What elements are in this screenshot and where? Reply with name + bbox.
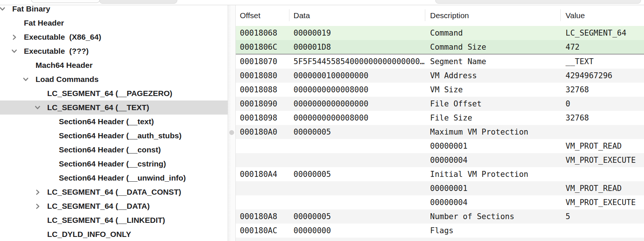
cell-data: 00000005 bbox=[289, 128, 425, 136]
column-separator bbox=[425, 9, 425, 21]
tree-item-label: Section64 Header (__text) bbox=[59, 115, 154, 129]
tree-item[interactable]: Section64 Header (__text) bbox=[0, 115, 228, 129]
table-row[interactable]: 000180A000000005Maximum VM Protection bbox=[236, 125, 644, 139]
table-row[interactable]: 000180980000000000008000File Size32768 bbox=[236, 111, 644, 125]
split-divider[interactable] bbox=[228, 5, 236, 241]
table-row[interactable]: 00000004VM_PROT_EXECUTE bbox=[236, 153, 644, 167]
tree-item[interactable]: Executable (???) bbox=[0, 44, 228, 58]
column-header-value[interactable]: Value bbox=[560, 5, 644, 26]
tree-item[interactable]: Fat Binary bbox=[0, 5, 228, 16]
cell-data: 000001D8 bbox=[289, 43, 425, 52]
chevron-down-icon[interactable] bbox=[11, 48, 17, 54]
tree-item[interactable]: LC_SEGMENT_64 (__PAGEZERO) bbox=[0, 86, 228, 100]
chevron-down-icon[interactable] bbox=[23, 76, 29, 82]
table-row[interactable]: 000180A400000005Initial VM Protection bbox=[236, 167, 644, 181]
tree-item[interactable]: Mach64 Header bbox=[0, 58, 228, 72]
chevron-right-icon[interactable] bbox=[11, 34, 17, 40]
cell-data: 00000019 bbox=[289, 29, 425, 37]
table-row[interactable]: 000180A800000005Number of Sections5 bbox=[236, 209, 644, 224]
cell-data: 5F5F544558540000000000000000000000000000 bbox=[289, 57, 425, 66]
tree-item-label: Fat Binary bbox=[12, 5, 50, 16]
cell-value: 32768 bbox=[560, 85, 644, 94]
column-separator bbox=[560, 9, 561, 21]
cell-offset: 00018088 bbox=[236, 85, 289, 94]
tree-item-label: LC_SEGMENT_64 (__TEXT) bbox=[47, 100, 149, 115]
cell-value: 0 bbox=[560, 99, 644, 108]
cell-data: 0000000000008000 bbox=[289, 85, 425, 94]
cell-data: 00000005 bbox=[289, 170, 425, 179]
cell-description: VM Address bbox=[425, 71, 560, 80]
column-header-offset[interactable]: Offset bbox=[236, 5, 289, 26]
tree-item[interactable]: Section64 Header (__auth_stubs) bbox=[0, 129, 228, 143]
tree-item-label: LC_SEGMENT_64 (__PAGEZERO) bbox=[47, 86, 172, 100]
tree-item-label: LC_SEGMENT_64 (__DATA) bbox=[47, 199, 150, 213]
table-row[interactable]: 00000004VM_PROT_EXECUTE bbox=[236, 195, 644, 209]
tree-item[interactable]: LC_SEGMENT_64 (__LINKEDIT) bbox=[0, 213, 228, 227]
tree-item[interactable]: LC_SEGMENT_64 (__TEXT) bbox=[0, 100, 228, 115]
chevron-right-icon[interactable] bbox=[35, 189, 41, 195]
cell-offset: 00018090 bbox=[236, 99, 289, 108]
table-row[interactable]: 000180880000000000008000VM Size32768 bbox=[236, 83, 644, 97]
tree-item[interactable]: Load Commands bbox=[0, 72, 228, 86]
cell-offset: 000180A0 bbox=[236, 128, 289, 136]
table-row[interactable]: 000180705F5F5445585400000000000000000000… bbox=[236, 55, 644, 69]
cell-data: 0000000000000000 bbox=[289, 99, 425, 108]
column-separator bbox=[289, 9, 289, 21]
cell-value: VM_PROT_EXECUTE bbox=[560, 198, 644, 207]
table-row[interactable]: 000180AC00000000Flags bbox=[236, 224, 644, 238]
toolbar-path-control[interactable] bbox=[31, 0, 100, 3]
cell-description: Command bbox=[425, 29, 560, 37]
cell-value: VM_PROT_READ bbox=[560, 142, 644, 151]
tree-item[interactable]: LC_SEGMENT_64 (__DATA_CONST) bbox=[0, 185, 228, 199]
tree-item[interactable]: Section64 Header (__const) bbox=[0, 143, 228, 157]
tree-item[interactable]: Section64 Header (__unwind_info) bbox=[0, 171, 228, 185]
table-row[interactable]: 00000001VM_PROT_READ bbox=[236, 139, 644, 153]
cell-offset: 00018070 bbox=[236, 57, 289, 66]
chevron-down-icon[interactable] bbox=[0, 6, 6, 12]
cell-offset: 00018098 bbox=[236, 113, 289, 122]
cell-value: __TEXT bbox=[560, 57, 644, 66]
cell-description: Number of Sections bbox=[425, 212, 560, 221]
cell-description: Initial VM Protection bbox=[425, 170, 560, 179]
cell-data: 0000000100000000 bbox=[289, 71, 425, 80]
tree-item-label: Fat Header bbox=[24, 16, 64, 30]
cell-offset: 00018080 bbox=[236, 71, 289, 80]
detail-table-pane: Offset Data Description Value 0001806800… bbox=[236, 5, 644, 241]
cell-description: Command Size bbox=[425, 43, 560, 52]
cell-value: VM_PROT_READ bbox=[560, 184, 644, 193]
sidebar-tree: Fat BinaryFat HeaderExecutable (X86_64)E… bbox=[0, 5, 228, 241]
cell-value: VM_PROT_EXECUTE bbox=[560, 156, 644, 165]
tree-item-label: Section64 Header (__cstring) bbox=[59, 157, 166, 171]
cell-data: 00000005 bbox=[289, 212, 425, 221]
cell-offset: 00018068 bbox=[236, 29, 289, 37]
table-row[interactable]: 000180800000000100000000VM Address429496… bbox=[236, 69, 644, 83]
tree-item[interactable]: Fat Header bbox=[0, 16, 228, 30]
chevron-down-icon[interactable] bbox=[35, 105, 41, 110]
cell-description: Maximum VM Protection bbox=[425, 128, 560, 136]
table-row[interactable]: 0001806C000001D8Command Size472 bbox=[236, 40, 644, 55]
column-header-description[interactable]: Description bbox=[425, 5, 560, 26]
cell-offset: 000180A8 bbox=[236, 212, 289, 221]
cell-description: 00000001 bbox=[425, 142, 560, 151]
toolbar-strip bbox=[0, 0, 644, 5]
table-row-partial bbox=[236, 238, 644, 241]
table-row[interactable]: 00000001VM_PROT_READ bbox=[236, 181, 644, 195]
tree-item-label: Load Commands bbox=[36, 72, 98, 86]
table-row[interactable]: 000180900000000000000000File Offset0 bbox=[236, 97, 644, 111]
toolbar-segment-control[interactable] bbox=[99, 0, 177, 4]
table-body: 0001806800000019CommandLC_SEGMENT_640001… bbox=[236, 26, 644, 241]
toolbar-search-field[interactable] bbox=[435, 0, 641, 4]
tree-item[interactable]: Executable (X86_64) bbox=[0, 30, 228, 44]
chevron-right-icon[interactable] bbox=[35, 203, 41, 209]
table-row[interactable]: 0001806800000019CommandLC_SEGMENT_64 bbox=[236, 26, 644, 40]
tree-item-label: LC_SEGMENT_64 (__DATA_CONST) bbox=[47, 185, 181, 199]
tree-item-label: Mach64 Header bbox=[36, 58, 93, 72]
tree-item[interactable]: LC_DYLD_INFO_ONLY bbox=[0, 227, 228, 241]
tree-item[interactable]: LC_SEGMENT_64 (__DATA) bbox=[0, 199, 228, 213]
splitter-handle-icon[interactable] bbox=[229, 130, 234, 135]
cell-value: 4294967296 bbox=[560, 71, 644, 80]
cell-value: 32768 bbox=[560, 113, 644, 122]
column-header-data[interactable]: Data bbox=[289, 5, 425, 26]
tree-item[interactable]: Section64 Header (__cstring) bbox=[0, 157, 228, 171]
cell-data: 00000000 bbox=[289, 226, 425, 235]
